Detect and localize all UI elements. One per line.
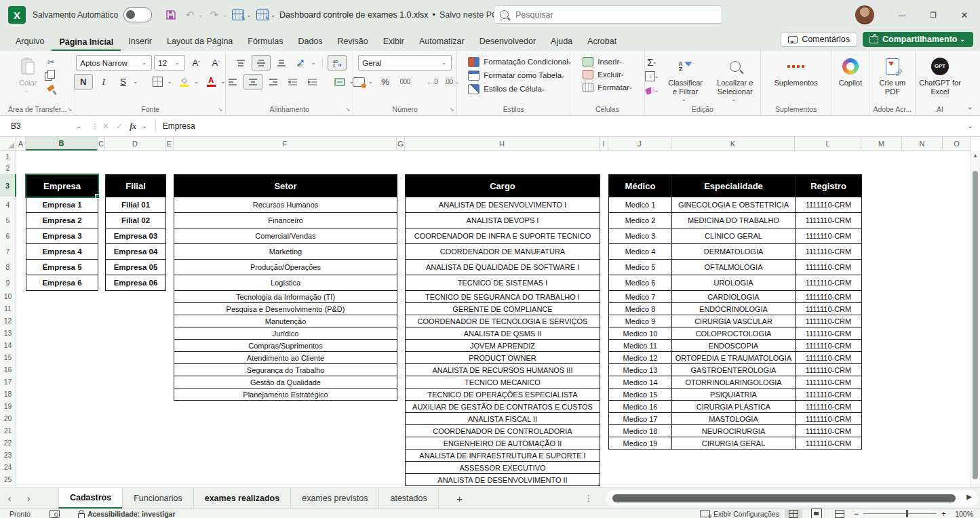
cell-H10[interactable]: TECNICO DE SEGURANCA DO TRABALHO I bbox=[405, 290, 600, 303]
align-middle-button[interactable] bbox=[252, 55, 271, 71]
clear-button[interactable] bbox=[645, 83, 661, 97]
table-cargo-header[interactable]: Cargo bbox=[405, 174, 600, 197]
close-button[interactable] bbox=[949, 0, 980, 30]
cell-J5[interactable]: Medico 2 bbox=[608, 212, 672, 228]
cell-J17[interactable]: Medico 14 bbox=[608, 376, 672, 388]
cell-J15[interactable]: Medico 12 bbox=[608, 351, 672, 364]
column-header-L[interactable]: L bbox=[795, 137, 861, 151]
cell-H4[interactable]: ANALISTA DE DESENVOLVIMENTO I bbox=[405, 197, 600, 213]
cell-L21[interactable]: 1111110-CRM bbox=[795, 424, 862, 437]
ribbon-tab-acrobat[interactable]: Acrobat bbox=[580, 33, 624, 51]
cell-K16[interactable]: GASTROENTEROLOGIA bbox=[671, 363, 796, 376]
accounting-chevron-icon[interactable] bbox=[368, 79, 374, 85]
row-header-19[interactable]: 19 bbox=[0, 400, 16, 413]
cell-K17[interactable]: OTORRINOLARINGOLOGIA bbox=[671, 376, 796, 388]
collapse-ribbon-chevron-icon[interactable]: ⌄ bbox=[967, 102, 973, 111]
inserir-button[interactable]: Inserir bbox=[579, 55, 629, 68]
percent-button[interactable]: % bbox=[376, 75, 394, 89]
column-header-J[interactable]: J bbox=[608, 137, 671, 151]
cell-H25[interactable]: ANALISTA DE DESENVOLVIMENTO II bbox=[405, 473, 600, 486]
underline-button[interactable]: S bbox=[115, 75, 132, 89]
accounting-format-button[interactable] bbox=[350, 75, 368, 89]
cell-J11[interactable]: Medico 8 bbox=[608, 302, 672, 315]
increase-decimal-button[interactable]: ←.0 bbox=[423, 75, 441, 89]
cell-F16[interactable]: Segurança do Trabalho bbox=[174, 363, 397, 376]
search-input[interactable] bbox=[514, 9, 693, 20]
select-all-corner[interactable] bbox=[0, 137, 16, 151]
cell-H16[interactable]: ANALISTA DE RECURSOS HUMANOS III bbox=[405, 363, 600, 376]
name-box-input[interactable] bbox=[9, 121, 60, 132]
cell-K18[interactable]: PSIQUIATRIA bbox=[671, 388, 796, 401]
cell-F5[interactable]: Financeiro bbox=[174, 212, 397, 228]
orientation-chevron-icon[interactable] bbox=[311, 60, 316, 66]
font-size-select[interactable]: 12 bbox=[154, 55, 185, 71]
confirm-entry-icon[interactable]: ✓ bbox=[116, 121, 123, 131]
cell-L7[interactable]: 1111110-CRM bbox=[795, 243, 862, 260]
cell-K11[interactable]: ENDOCRINOLOGIA bbox=[671, 302, 796, 315]
sheet-nav-left-icon[interactable]: ‹ bbox=[0, 488, 19, 509]
find-select-button[interactable]: Localizar e Selecionar bbox=[710, 55, 760, 104]
cell-L12[interactable]: 1111110-CRM bbox=[795, 315, 862, 327]
cut-button[interactable]: ✂ bbox=[43, 55, 59, 68]
comments-button[interactable]: Comentários bbox=[781, 32, 857, 47]
ribbon-tab-automatizar[interactable]: Automatizar bbox=[412, 33, 472, 51]
cell-H9[interactable]: TECNICO DE SISTEMAS I bbox=[405, 275, 600, 291]
zoom-level-label[interactable]: 100% bbox=[952, 510, 973, 518]
cell-L6[interactable]: 1111110-CRM bbox=[795, 228, 862, 244]
cell-K19[interactable]: CIRURGIA PLÁSTICA bbox=[671, 400, 796, 413]
table-filial-header[interactable]: Filial bbox=[105, 174, 166, 197]
align-center-button[interactable] bbox=[243, 74, 262, 89]
cell-H11[interactable]: GERENTE DE COMPLIANCE bbox=[405, 302, 600, 315]
cell-H23[interactable]: ANALISTA DE INFRAESTRUTURA E SUPORTE I bbox=[405, 449, 600, 462]
formatar-como-tabela-button[interactable]: Formatar como Tabela bbox=[464, 68, 570, 82]
cell-L13[interactable]: 1111110-CRM bbox=[795, 327, 862, 340]
share-button[interactable]: Compartilhamento bbox=[863, 32, 973, 47]
cell-L18[interactable]: 1111110-CRM bbox=[795, 388, 862, 401]
cell-H22[interactable]: ENGENHEIRO DE AUTOMAÇÃO II bbox=[405, 437, 600, 450]
cell-B7[interactable]: Empresa 4 bbox=[26, 243, 98, 260]
insert-function-button[interactable]: fx bbox=[130, 121, 136, 132]
cell-L16[interactable]: 1111110-CRM bbox=[795, 363, 862, 376]
column-header-N[interactable]: N bbox=[902, 137, 943, 151]
row-header-2[interactable]: 2 bbox=[0, 162, 16, 175]
cell-H8[interactable]: ANALISTA DE QUALIDADE DE SOFTWARE I bbox=[405, 259, 600, 275]
column-header-H[interactable]: H bbox=[405, 137, 600, 151]
undo-button[interactable]: ↶ bbox=[181, 6, 199, 24]
save-button[interactable] bbox=[162, 6, 180, 24]
expand-formula-bar-chevron-icon[interactable] bbox=[968, 123, 973, 130]
cell-K22[interactable]: CIRURGIA GERAL bbox=[671, 437, 796, 450]
cell-L10[interactable]: 1111110-CRM bbox=[795, 290, 862, 303]
cell-J9[interactable]: Medico 6 bbox=[608, 275, 672, 291]
column-header-O[interactable]: O bbox=[943, 137, 971, 151]
cell-F13[interactable]: Jurídico bbox=[174, 327, 397, 340]
row-header-1[interactable]: 1 bbox=[0, 151, 16, 163]
autosum-button[interactable]: Σ bbox=[645, 55, 661, 68]
cell-J14[interactable]: Medico 11 bbox=[608, 339, 672, 352]
cell-K12[interactable]: CIRURGIA VASCULAR bbox=[671, 315, 796, 327]
cell-B4[interactable]: Empresa 1 bbox=[26, 197, 98, 213]
cell-B9[interactable]: Empresa 6 bbox=[26, 275, 98, 291]
borders-chevron-icon[interactable] bbox=[167, 79, 172, 85]
align-right-button[interactable] bbox=[264, 75, 282, 89]
cell-F12[interactable]: Manutenção bbox=[174, 315, 397, 327]
row-header-11[interactable]: 11 bbox=[0, 302, 16, 315]
table-medico-header[interactable]: Especialidade bbox=[671, 174, 796, 197]
cell-K21[interactable]: NEUROCIRURGIA bbox=[671, 424, 796, 437]
autosave-toggle[interactable] bbox=[123, 7, 152, 22]
cell-H12[interactable]: COORDENADOR DE TECNOLOGIA E SERVIÇOS bbox=[405, 315, 600, 327]
cell-D9[interactable]: Empresa 06 bbox=[105, 275, 166, 291]
ribbon-tab-inserir[interactable]: Inserir bbox=[121, 33, 159, 51]
cell-L5[interactable]: 1111110-CRM bbox=[795, 212, 862, 228]
cell-L11[interactable]: 1111110-CRM bbox=[795, 302, 862, 315]
align-bottom-button[interactable] bbox=[273, 56, 290, 70]
fill-color-button[interactable]: ◇ bbox=[176, 75, 193, 89]
row-header-6[interactable]: 6 bbox=[0, 228, 16, 244]
table-medico-header[interactable]: Médico bbox=[608, 174, 672, 197]
cell-H14[interactable]: JOVEM APRENDIZ bbox=[405, 339, 600, 352]
addins-button[interactable]: Suplementos bbox=[770, 55, 821, 89]
row-header-7[interactable]: 7 bbox=[0, 243, 16, 260]
ribbon-tab-dados[interactable]: Dados bbox=[290, 33, 330, 51]
row-header-25[interactable]: 25 bbox=[0, 473, 16, 486]
column-header-C[interactable]: C bbox=[98, 137, 105, 151]
ribbon-tab-layout-da-página[interactable]: Layout da Página bbox=[159, 33, 240, 51]
